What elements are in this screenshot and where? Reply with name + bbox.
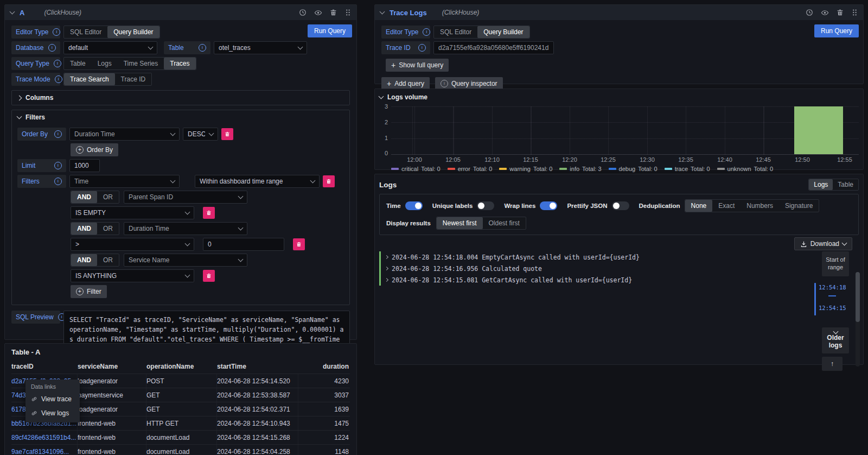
order-by-field-select[interactable]: Duration Time (69, 128, 180, 141)
filter-field-select[interactable]: Time (69, 175, 180, 188)
option-and[interactable]: AND (71, 223, 97, 235)
dedup-numbers[interactable]: Numbers (741, 200, 779, 212)
view-trace-menu-item[interactable]: View trace (25, 392, 80, 406)
option-query-builder[interactable]: Query Builder (477, 26, 529, 38)
info-icon[interactable]: i (54, 178, 62, 185)
panel-title[interactable]: A (20, 9, 24, 17)
trace-id-link[interactable]: 89cf4286e631591b4... (11, 431, 78, 444)
time-toggle[interactable] (405, 201, 423, 210)
col-header-operationname[interactable]: operationName (146, 359, 217, 374)
condition-value-input[interactable] (203, 238, 284, 251)
log-row[interactable]: 2024-06-28 12:54:18.004 EmptyCartAsync c… (379, 251, 799, 263)
info-icon[interactable]: i (199, 44, 206, 52)
condition-operator-select[interactable]: > (71, 238, 194, 251)
expand-chevron-icon[interactable] (385, 255, 388, 259)
option-traces[interactable]: Traces (164, 58, 195, 69)
collapse-chevron-icon[interactable] (380, 9, 385, 15)
dedup-none[interactable]: None (685, 200, 713, 212)
remove-filter-button[interactable] (323, 175, 335, 187)
option-trace-search[interactable]: Trace Search (64, 73, 115, 85)
option-sql-editor[interactable]: SQL Editor (434, 26, 477, 38)
order-by-direction-select[interactable]: DESC (183, 128, 218, 141)
legend-label[interactable]: unknown (727, 166, 751, 172)
condition-operator-select[interactable]: IS ANYTHING (71, 269, 194, 282)
remove-order-by-button[interactable] (221, 128, 233, 140)
add-order-by-button[interactable]: +Order By (71, 143, 118, 156)
col-header-traceid[interactable]: traceID (11, 359, 78, 374)
older-logs-button[interactable]: Older logs (822, 327, 849, 353)
condition-field-select[interactable]: Duration Time (124, 222, 247, 235)
log-row[interactable]: 2024-06-28 12:54:16.956 Calculated quote (379, 263, 799, 274)
option-logs[interactable]: Logs (92, 58, 118, 69)
order-oldest-first[interactable]: Oldest first (483, 217, 526, 229)
trace-id-input[interactable] (433, 41, 554, 54)
condition-operator-select[interactable]: IS EMPTY (71, 206, 194, 219)
remove-condition-button[interactable] (203, 207, 215, 219)
run-query-button[interactable]: Run Query (814, 24, 859, 37)
expand-chevron-icon[interactable] (385, 278, 388, 282)
option-or[interactable]: OR (97, 191, 119, 203)
add-filter-button[interactable]: +Filter (71, 285, 107, 298)
legend-label[interactable]: critical (401, 166, 418, 172)
table-select[interactable]: otel_traces (214, 41, 307, 54)
wrap-lines-toggle[interactable] (540, 201, 557, 210)
info-icon[interactable]: i (54, 60, 61, 67)
option-trace-id[interactable]: Trace ID (115, 73, 152, 85)
info-icon[interactable]: i (48, 44, 56, 52)
dedup-exact[interactable]: Exact (712, 200, 741, 212)
unique-labels-toggle[interactable] (477, 201, 494, 210)
view-option-logs[interactable]: Logs (809, 179, 833, 190)
remove-condition-button[interactable] (293, 238, 305, 250)
info-icon[interactable]: i (55, 75, 62, 83)
logs-volume-bar-info[interactable] (794, 106, 843, 154)
scrollbar-thumb[interactable] (856, 272, 860, 322)
view-option-table[interactable]: Table (833, 179, 858, 190)
scroll-to-top-button[interactable]: ↑ (822, 357, 843, 371)
scrollbar-track[interactable] (856, 272, 860, 366)
database-select[interactable]: default (63, 41, 157, 54)
option-and[interactable]: AND (71, 191, 97, 203)
legend-label[interactable]: debug (619, 166, 636, 172)
option-query-builder[interactable]: Query Builder (107, 26, 159, 38)
legend-label[interactable]: warning (509, 166, 531, 172)
info-icon[interactable]: i (418, 44, 426, 52)
filter-value-select[interactable]: Within dashboard time range (195, 175, 320, 188)
condition-field-select[interactable]: Service Name (124, 254, 247, 267)
condition-field-select[interactable]: Parent Span ID (124, 191, 247, 204)
option-or[interactable]: OR (97, 254, 119, 266)
expand-chevron-icon[interactable] (385, 267, 388, 270)
dedup-signature[interactable]: Signature (779, 200, 819, 212)
col-header-duration[interactable]: duration (298, 359, 350, 374)
col-header-starttime[interactable]: startTime (217, 359, 298, 374)
download-button[interactable]: Download (794, 237, 852, 250)
option-and[interactable]: AND (71, 254, 97, 266)
info-icon[interactable]: i (54, 130, 62, 138)
drag-handle-icon[interactable] (851, 9, 858, 16)
run-query-button[interactable]: Run Query (308, 24, 352, 37)
chart-plot-area[interactable] (391, 106, 859, 155)
trash-icon[interactable] (837, 9, 844, 16)
trace-id-link[interactable]: 9ae7caf81341096... (11, 445, 78, 455)
legend-label[interactable]: error (458, 166, 470, 172)
view-logs-menu-item[interactable]: View logs (25, 406, 80, 420)
panel-title[interactable]: Trace Logs (390, 9, 427, 17)
legend-label[interactable]: info (570, 166, 579, 172)
info-icon[interactable]: i (423, 28, 430, 36)
option-time-series[interactable]: Time Series (118, 58, 164, 69)
history-icon[interactable] (299, 9, 307, 16)
columns-section-header[interactable]: Columns (12, 91, 349, 105)
order-newest-first[interactable]: Newest first (437, 217, 483, 229)
option-or[interactable]: OR (97, 223, 119, 235)
info-icon[interactable]: i (53, 28, 60, 36)
filters-section-header[interactable]: Filters (12, 110, 349, 124)
eye-icon[interactable] (314, 9, 322, 17)
log-row[interactable]: 2024-06-28 12:54:15.081 GetCartAsync cal… (379, 274, 799, 286)
drag-handle-icon[interactable] (344, 9, 351, 16)
collapse-chevron-icon[interactable] (10, 9, 15, 15)
legend-label[interactable]: trace (675, 166, 688, 172)
info-icon[interactable]: i (54, 162, 62, 169)
prettify-json-toggle[interactable] (612, 201, 629, 210)
option-table[interactable]: Table (64, 58, 92, 69)
limit-input[interactable] (69, 159, 100, 172)
history-icon[interactable] (806, 9, 813, 16)
